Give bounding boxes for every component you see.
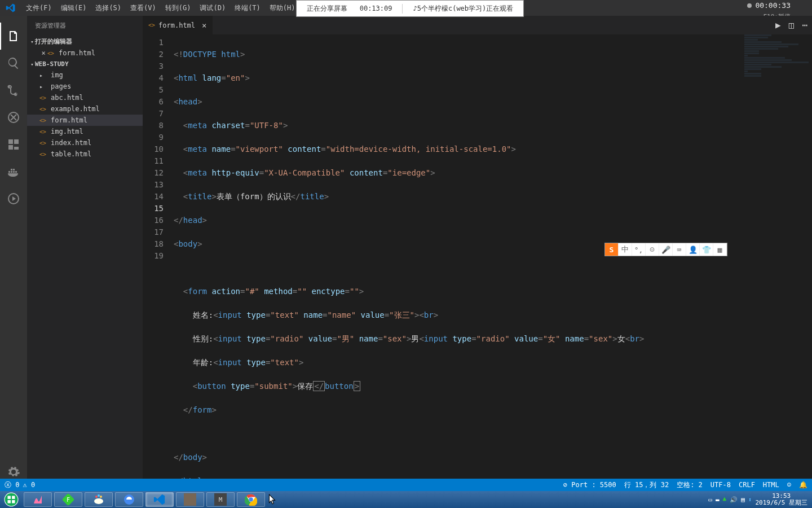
tray-icon[interactable]: ▭ bbox=[708, 496, 712, 503]
ime-skin-icon[interactable]: 👕 bbox=[700, 243, 713, 256]
file-item-abc-html[interactable]: <>abc.html bbox=[27, 92, 143, 103]
extensions-icon[interactable] bbox=[0, 131, 27, 158]
svg-point-6 bbox=[95, 496, 98, 498]
file-item-table-html[interactable]: <>table.html bbox=[27, 148, 143, 160]
debug-icon[interactable] bbox=[0, 104, 27, 131]
more-icon[interactable]: ⋯ bbox=[802, 20, 807, 30]
svg-text:F: F bbox=[67, 497, 70, 503]
taskbar-clock[interactable]: 13:53 2019/6/5 星期三 bbox=[755, 493, 807, 506]
open-editors-header[interactable]: ▾打开的编辑器 bbox=[27, 36, 143, 47]
taskbar-app-1[interactable] bbox=[24, 492, 52, 507]
ime-tool-icon[interactable]: ▦ bbox=[713, 243, 727, 256]
open-editor-item[interactable]: ×<>form.html bbox=[27, 47, 143, 59]
status-errors[interactable]: ⓧ 0 bbox=[5, 480, 19, 490]
activity-bar bbox=[0, 16, 27, 491]
menu-goto[interactable]: 转到(G) bbox=[161, 3, 196, 13]
windows-taskbar: F M ▭ ▬ ♣ 🔊 ▤ ⬆ 13:53 2019/6/5 星期三 bbox=[0, 491, 812, 508]
status-spaces[interactable]: 空格: 2 bbox=[677, 480, 703, 490]
taskbar-app-4[interactable] bbox=[115, 492, 143, 507]
tab-actions: ▶ ◫ ⋯ bbox=[775, 16, 812, 34]
menu-help[interactable]: 帮助(H) bbox=[265, 3, 300, 13]
ime-toolbar[interactable]: S 中 °, ☺ 🎤 ⌨ 👤 👕 ▦ bbox=[604, 243, 727, 256]
ime-punct-icon[interactable]: °, bbox=[632, 243, 646, 256]
status-warnings[interactable]: ⚠ 0 bbox=[23, 481, 35, 489]
menu-debug[interactable]: 调试(D) bbox=[195, 3, 230, 13]
ime-lang[interactable]: 中 bbox=[619, 243, 632, 256]
ime-keyboard-icon[interactable]: ⌨ bbox=[673, 243, 686, 256]
ime-mic-icon[interactable]: 🎤 bbox=[659, 243, 673, 256]
vscode-logo-icon bbox=[6, 3, 16, 13]
status-bell-icon[interactable]: 🔔 bbox=[799, 481, 807, 489]
minimap[interactable] bbox=[744, 34, 812, 147]
tray-icon[interactable]: ♣ bbox=[723, 496, 727, 503]
svg-text:M: M bbox=[219, 496, 223, 503]
code-editor[interactable]: 12345678910111213141516171819 <!DOCTYPE … bbox=[143, 34, 812, 508]
docker-icon[interactable] bbox=[0, 158, 27, 185]
svg-point-8 bbox=[100, 496, 102, 498]
taskbar-app-5[interactable] bbox=[176, 492, 204, 507]
workspace-header[interactable]: ▾WEB-STUDY bbox=[27, 59, 143, 69]
file-item-pages[interactable]: ▸pages bbox=[27, 81, 143, 92]
menu-select[interactable]: 选择(S) bbox=[91, 3, 126, 13]
record-timer: 00:00:33 bbox=[747, 1, 791, 10]
sharing-label: 正在分享屏幕 bbox=[307, 5, 347, 12]
file-item-example-html[interactable]: <>example.html bbox=[27, 103, 143, 115]
status-lang[interactable]: HTML bbox=[763, 481, 779, 489]
status-eol[interactable]: CRLF bbox=[739, 481, 755, 489]
file-item-form-html[interactable]: <>form.html bbox=[27, 115, 143, 126]
ime-user-icon[interactable]: 👤 bbox=[686, 243, 700, 256]
taskbar-app-6[interactable]: M bbox=[206, 492, 235, 507]
tab-form-html[interactable]: <> form.html × bbox=[143, 16, 213, 34]
file-item-img[interactable]: ▸img bbox=[27, 69, 143, 81]
sidebar-title: 资源管理器 bbox=[27, 16, 143, 36]
watching-label: ♪5个半柠檬c(web学习)正在观看 bbox=[403, 4, 523, 14]
tab-label: form.html bbox=[158, 21, 195, 29]
status-port[interactable]: ⊘ Port : 5500 bbox=[563, 481, 616, 489]
taskbar-chrome[interactable] bbox=[237, 492, 265, 507]
screen-share-banner: 正在分享屏幕 00:13:09 ♪5个半柠檬c(web学习)正在观看 bbox=[296, 0, 524, 17]
cursor-icon bbox=[268, 494, 276, 505]
svg-point-2 bbox=[5, 493, 18, 506]
system-tray[interactable]: ▭ ▬ ♣ 🔊 ▤ ⬆ 13:53 2019/6/5 星期三 bbox=[708, 493, 812, 506]
tab-close-icon[interactable]: × bbox=[198, 21, 206, 30]
tray-icon[interactable]: ⬆ bbox=[748, 496, 752, 503]
taskbar-app-2[interactable]: F bbox=[54, 492, 82, 507]
status-encoding[interactable]: UTF-8 bbox=[710, 481, 731, 489]
sidebar: 资源管理器 ▾打开的编辑器 ×<>form.html ▾WEB-STUDY ▸i… bbox=[27, 16, 143, 491]
run-icon[interactable]: ▶ bbox=[775, 20, 781, 30]
split-icon[interactable]: ◫ bbox=[789, 20, 795, 30]
status-feedback-icon[interactable]: ☺ bbox=[787, 481, 791, 489]
tray-volume-icon[interactable]: 🔊 bbox=[730, 496, 738, 503]
menu-view[interactable]: 查看(V) bbox=[126, 3, 161, 13]
ime-face-icon[interactable]: ☺ bbox=[646, 243, 659, 256]
file-item-img-html[interactable]: <>img.html bbox=[27, 126, 143, 137]
taskbar-app-3[interactable] bbox=[85, 492, 113, 507]
start-button[interactable] bbox=[0, 491, 23, 508]
sogou-logo-icon[interactable]: S bbox=[605, 243, 619, 256]
source-control-icon[interactable] bbox=[0, 77, 27, 104]
status-bar: ⓧ 0 ⚠ 0 ⊘ Port : 5500 行 15，列 32 空格: 2 UT… bbox=[0, 479, 812, 491]
live-share-icon[interactable] bbox=[0, 185, 27, 212]
svg-point-7 bbox=[98, 494, 100, 497]
close-icon[interactable]: × bbox=[39, 49, 47, 57]
svg-point-5 bbox=[94, 498, 103, 504]
menu-terminal[interactable]: 终端(T) bbox=[230, 3, 265, 13]
search-icon[interactable] bbox=[0, 50, 27, 77]
menu-file[interactable]: 文件(F) bbox=[21, 3, 56, 13]
taskbar-vscode[interactable] bbox=[145, 492, 174, 507]
svg-point-14 bbox=[249, 497, 253, 501]
file-item-index-html[interactable]: <>index.html bbox=[27, 137, 143, 148]
status-cursor[interactable]: 行 15，列 32 bbox=[624, 480, 669, 490]
sharing-duration: 00:13:09 bbox=[360, 5, 392, 12]
menu-edit[interactable]: 编辑(E) bbox=[56, 3, 91, 13]
explorer-icon[interactable] bbox=[0, 23, 27, 50]
svg-rect-10 bbox=[184, 493, 196, 506]
tab-bar: <> form.html × ▶ ◫ ⋯ bbox=[143, 16, 812, 34]
tray-icon[interactable]: ▤ bbox=[741, 496, 745, 503]
tray-icon[interactable]: ▬ bbox=[716, 496, 720, 503]
